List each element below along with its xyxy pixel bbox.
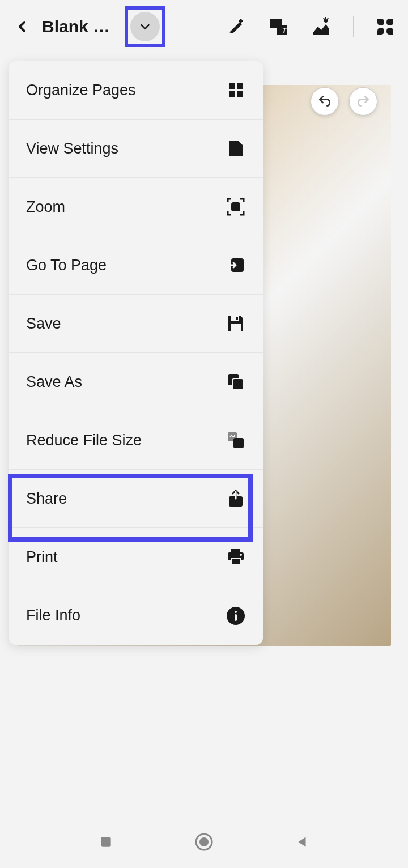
toolbar-divider [353, 16, 354, 37]
svg-point-27 [199, 837, 209, 846]
svg-point-23 [235, 611, 237, 613]
svg-rect-12 [231, 324, 241, 331]
svg-rect-25 [101, 837, 110, 846]
svg-rect-8 [231, 202, 240, 211]
toolbar-actions: T [224, 15, 397, 38]
svg-point-21 [240, 554, 242, 556]
svg-rect-20 [231, 558, 240, 565]
share-icon [226, 488, 246, 509]
image-text-icon: T [268, 16, 288, 37]
menu-item-zoom[interactable]: Zoom [9, 178, 263, 236]
menu-item-view-settings[interactable]: View Settings [9, 120, 263, 178]
menu-label: View Settings [26, 140, 118, 158]
square-icon [99, 835, 113, 849]
page-icon [226, 138, 246, 159]
back-arrow-icon [16, 20, 29, 33]
menu-item-reduce-file-size[interactable]: Reduce File Size [9, 411, 263, 470]
svg-rect-4 [229, 83, 235, 89]
goto-icon [226, 255, 246, 275]
image-text-button[interactable]: T [267, 15, 290, 38]
svg-rect-6 [229, 91, 235, 97]
recents-button[interactable] [95, 831, 117, 853]
menu-item-save-as[interactable]: Save As [9, 353, 263, 411]
menu-label: Go To Page [26, 257, 107, 274]
svg-rect-18 [231, 549, 240, 552]
copy-icon [226, 372, 246, 392]
menu-label: Print [26, 548, 58, 566]
svg-rect-14 [232, 378, 244, 390]
home-button[interactable] [193, 831, 215, 853]
menu-label: Organize Pages [26, 82, 136, 99]
menu-item-file-info[interactable]: File Info [9, 586, 263, 645]
undo-icon [317, 94, 332, 109]
dropdown-toggle-highlight [125, 6, 165, 47]
info-icon [226, 606, 246, 626]
back-button[interactable] [11, 15, 34, 38]
apps-grid-icon [375, 16, 396, 37]
menu-label: Zoom [26, 198, 65, 216]
menu-item-organize-pages[interactable]: Organize Pages [9, 61, 263, 120]
top-toolbar: Blank D… T [0, 0, 408, 53]
svg-rect-24 [235, 614, 237, 621]
grid-icon [226, 80, 246, 100]
menu-label: File Info [26, 607, 80, 624]
menu-item-share[interactable]: Share [9, 470, 263, 528]
redo-icon [356, 94, 371, 109]
svg-rect-11 [236, 317, 238, 320]
image-insert-icon [311, 16, 332, 37]
menu-item-save[interactable]: Save [9, 295, 263, 353]
print-icon [226, 547, 246, 567]
redo-button[interactable] [349, 87, 377, 116]
reduce-icon [226, 430, 246, 450]
menu-item-go-to-page[interactable]: Go To Page [9, 236, 263, 295]
chevron-down-icon [139, 20, 151, 33]
menu-label: Save As [26, 373, 82, 391]
system-nav-bar [0, 816, 408, 868]
circle-icon [194, 832, 214, 852]
highlighter-button[interactable] [224, 15, 246, 38]
document-title: Blank D… [42, 17, 119, 36]
svg-rect-5 [237, 83, 243, 89]
menu-label: Reduce File Size [26, 432, 142, 449]
save-icon [226, 313, 246, 334]
dropdown-menu: Organize Pages View Settings Zoom Go To … [9, 61, 263, 645]
svg-rect-16 [233, 438, 244, 448]
menu-label: Share [26, 490, 67, 508]
triangle-back-icon [295, 835, 309, 849]
menu-item-print[interactable]: Print [9, 528, 263, 586]
image-insert-button[interactable] [310, 15, 333, 38]
svg-rect-7 [237, 91, 243, 97]
zoom-icon [226, 197, 246, 217]
apps-button[interactable] [374, 15, 397, 38]
highlighter-icon [225, 16, 245, 37]
undo-redo-group [311, 87, 377, 116]
undo-button[interactable] [311, 87, 339, 116]
back-nav-button[interactable] [291, 831, 313, 853]
menu-label: Save [26, 315, 61, 333]
dropdown-toggle-button[interactable] [130, 12, 160, 41]
